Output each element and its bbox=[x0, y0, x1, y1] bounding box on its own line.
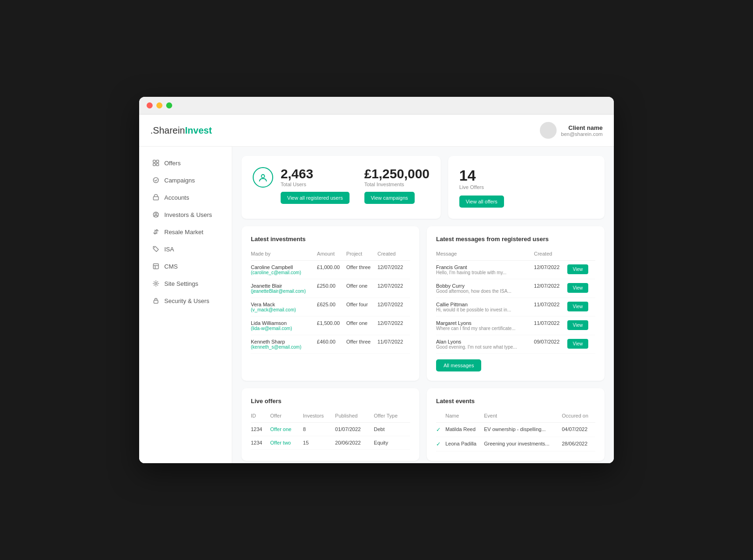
latest-investments-card: Latest investments Made by Amount Projec… bbox=[242, 226, 419, 381]
sidebar-item-accounts[interactable]: Accounts bbox=[143, 189, 228, 206]
col-id: ID bbox=[251, 411, 270, 423]
sidebar-label-site-settings: Site Settings bbox=[164, 280, 198, 287]
main-content: 2,463 Total Users View all registered us… bbox=[232, 147, 614, 463]
close-dot[interactable] bbox=[147, 102, 153, 108]
investment-person: Jeanette Blair (jeanetteBlair@email.com) bbox=[251, 279, 317, 298]
check-icon: ✓ bbox=[436, 426, 441, 433]
sidebar-item-investors-users[interactable]: Investors & Users bbox=[143, 206, 228, 223]
offer-investors: 8 bbox=[303, 423, 335, 436]
view-message-button[interactable]: View bbox=[567, 302, 589, 311]
view-message-button[interactable]: View bbox=[567, 264, 589, 274]
sidebar-label-investors-users: Investors & Users bbox=[164, 211, 212, 218]
svg-point-10 bbox=[155, 283, 157, 284]
stat-card-live-offers: 14 Live Offers View all offers bbox=[448, 156, 605, 219]
col-created-msg: Created bbox=[534, 249, 567, 261]
users-icon-circle bbox=[253, 167, 273, 188]
minimize-dot[interactable] bbox=[156, 102, 162, 108]
investment-row: Caroline Campbell (caroline_c@email.com)… bbox=[251, 261, 410, 279]
event-person-name: Leona Padilla bbox=[445, 437, 484, 452]
logo: .ShareinInvest bbox=[150, 125, 212, 136]
message-action[interactable]: View bbox=[567, 261, 595, 279]
investment-created: 12/07/2022 bbox=[377, 279, 410, 298]
view-message-button[interactable]: View bbox=[567, 320, 589, 330]
offer-name[interactable]: Offer two bbox=[270, 436, 303, 450]
lock-icon bbox=[152, 297, 160, 304]
event-name: Greening your investments... bbox=[484, 437, 562, 452]
events-table: Name Event Occured on ✓ Matilda Reed EV … bbox=[436, 411, 595, 452]
message-action[interactable]: View bbox=[567, 298, 595, 317]
total-users-value: 2,463 bbox=[281, 167, 350, 182]
message-action[interactable]: View bbox=[567, 317, 595, 335]
tag-icon bbox=[152, 245, 160, 253]
investment-project: Offer three bbox=[346, 335, 377, 354]
sidebar-label-accounts: Accounts bbox=[164, 194, 189, 201]
offer-published: 01/07/2022 bbox=[335, 423, 374, 436]
sidebar-item-campaigns[interactable]: Campaigns bbox=[143, 172, 228, 189]
check-icon: ✓ bbox=[436, 441, 441, 447]
svg-point-12 bbox=[262, 175, 265, 178]
user-circle-icon bbox=[152, 211, 160, 218]
sidebar-label-isa: ISA bbox=[164, 246, 174, 253]
view-message-button[interactable]: View bbox=[567, 339, 589, 349]
all-messages-button[interactable]: All messages bbox=[436, 359, 481, 371]
col-event-occurred: Occured on bbox=[562, 411, 595, 423]
investment-created: 11/07/2022 bbox=[377, 335, 410, 354]
offer-name[interactable]: Offer one bbox=[270, 423, 303, 436]
svg-rect-9 bbox=[154, 264, 159, 269]
view-campaigns-button[interactable]: View campaigns bbox=[364, 192, 415, 204]
sidebar-item-offers[interactable]: Offers bbox=[143, 155, 228, 171]
col-action-msg bbox=[567, 249, 595, 261]
message-action[interactable]: View bbox=[567, 279, 595, 298]
settings-icon bbox=[152, 280, 160, 287]
sidebar: Offers Campaigns Accounts Investors & Us… bbox=[139, 147, 232, 463]
investment-row: Jeanette Blair (jeanetteBlair@email.com)… bbox=[251, 279, 410, 298]
live-offers-card-title: Live offers bbox=[251, 398, 410, 405]
investment-amount: £625.00 bbox=[317, 298, 346, 317]
col-check-event bbox=[436, 411, 445, 423]
investment-row: Lida Williamson (lida-w@email.com) £1,50… bbox=[251, 317, 410, 335]
stat-card-left-inner: 2,463 Total Users View all registered us… bbox=[253, 167, 430, 204]
investment-amount: £460.00 bbox=[317, 335, 346, 354]
sidebar-item-isa[interactable]: ISA bbox=[143, 241, 228, 257]
event-check: ✓ bbox=[436, 423, 445, 437]
offer-id: 1234 bbox=[251, 423, 270, 436]
event-name: EV ownership - dispelling... bbox=[484, 423, 562, 437]
message-action[interactable]: View bbox=[567, 335, 595, 354]
bank-icon bbox=[152, 194, 160, 201]
latest-events-title: Latest events bbox=[436, 398, 595, 405]
sidebar-label-security-users: Security & Users bbox=[164, 297, 209, 304]
investment-project: Offer four bbox=[346, 298, 377, 317]
sidebar-item-resale-market[interactable]: Resale Market bbox=[143, 223, 228, 240]
sidebar-item-site-settings[interactable]: Site Settings bbox=[143, 275, 228, 292]
svg-point-7 bbox=[155, 213, 157, 215]
user-info: Client name ben@sharein.com bbox=[540, 122, 603, 139]
client-name: Client name bbox=[561, 124, 603, 131]
total-users-block: 2,463 Total Users View all registered us… bbox=[281, 167, 350, 204]
user-text: Client name ben@sharein.com bbox=[561, 124, 603, 137]
event-row: ✓ Leona Padilla Greening your investment… bbox=[436, 437, 595, 452]
total-investments-label: Total Investments bbox=[364, 182, 430, 187]
view-message-button[interactable]: View bbox=[567, 283, 589, 293]
logo-invest: Invest bbox=[185, 125, 212, 135]
col-offer: Offer bbox=[270, 411, 303, 423]
view-all-users-button[interactable]: View all registered users bbox=[281, 192, 350, 204]
message-row: Callie Pittman Hi, would it be possible … bbox=[436, 298, 595, 317]
circle-check-icon bbox=[152, 176, 160, 184]
arrows-icon bbox=[152, 228, 160, 236]
event-person-name: Matilda Reed bbox=[445, 423, 484, 437]
investment-person: Lida Williamson (lida-w@email.com) bbox=[251, 317, 317, 335]
event-occurred: 04/07/2022 bbox=[562, 423, 595, 437]
sidebar-item-cms[interactable]: CMS bbox=[143, 258, 228, 275]
col-offer-type: Offer Type bbox=[374, 411, 410, 423]
investment-project: Offer one bbox=[346, 317, 377, 335]
offer-published: 20/06/2022 bbox=[335, 436, 374, 450]
maximize-dot[interactable] bbox=[166, 102, 172, 108]
svg-rect-0 bbox=[153, 160, 155, 162]
sidebar-item-security-users[interactable]: Security & Users bbox=[143, 292, 228, 309]
sidebar-label-cms: CMS bbox=[164, 263, 178, 270]
latest-events-card: Latest events Name Event Occured on ✓ bbox=[427, 388, 605, 461]
svg-point-8 bbox=[154, 247, 155, 248]
sidebar-label-campaigns: Campaigns bbox=[164, 177, 195, 184]
app-window: .ShareinInvest Client name ben@sharein.c… bbox=[139, 97, 614, 463]
view-all-offers-button[interactable]: View all offers bbox=[459, 196, 504, 208]
